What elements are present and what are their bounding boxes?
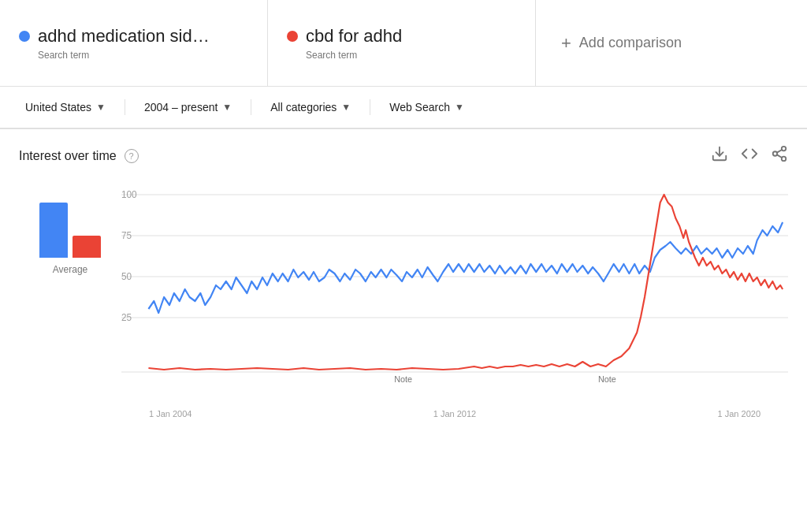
svg-text:50: 50 <box>121 271 132 282</box>
term-2-text: cbd for adhd <box>306 26 402 47</box>
add-comparison-button[interactable]: + Add comparison <box>536 0 807 86</box>
add-comparison-label: Add comparison <box>579 35 682 51</box>
svg-text:Note: Note <box>394 374 412 384</box>
term-1-title: adhd medication sid… <box>19 26 210 47</box>
term-2-dot <box>287 31 298 42</box>
chart-title-area: Interest over time ? <box>19 149 139 163</box>
avg-label: Average <box>53 264 87 275</box>
term-1-dot <box>19 31 30 42</box>
help-icon[interactable]: ? <box>125 149 139 163</box>
search-term-1: adhd medication sid… Search term <box>0 0 268 86</box>
filter-divider-3 <box>370 99 370 115</box>
chart-container: Average 100 75 50 25 Note <box>19 179 788 419</box>
search-term-2: cbd for adhd Search term <box>268 0 536 86</box>
svg-text:75: 75 <box>121 230 132 241</box>
location-chevron-icon: ▼ <box>96 102 106 113</box>
time-range-filter[interactable]: 2004 – present ▼ <box>135 96 241 118</box>
x-label-2012: 1 Jan 2012 <box>433 409 476 419</box>
download-icon[interactable] <box>711 145 728 166</box>
svg-text:25: 25 <box>121 312 132 323</box>
svg-text:Note: Note <box>598 374 616 384</box>
embed-icon[interactable] <box>741 145 758 166</box>
chart-title: Interest over time <box>19 149 117 163</box>
top-bar: adhd medication sid… Search term cbd for… <box>0 0 807 87</box>
time-range-label: 2004 – present <box>144 101 218 113</box>
chart-section: Interest over time ? <box>0 129 807 434</box>
line-chart-wrapper: 100 75 50 25 Note Note 1 Jan 2004 1 Jan … <box>121 179 788 419</box>
x-label-2020: 1 Jan 2020 <box>718 409 761 419</box>
x-axis-labels: 1 Jan 2004 1 Jan 2012 1 Jan 2020 <box>121 407 788 419</box>
average-section: Average <box>19 195 121 275</box>
chart-header: Interest over time ? <box>19 145 788 166</box>
term-2-title: cbd for adhd <box>287 26 402 47</box>
help-symbol: ? <box>129 151 134 161</box>
svg-line-4 <box>777 154 782 158</box>
category-chevron-icon: ▼ <box>341 102 351 113</box>
search-type-label: Web Search <box>389 101 450 113</box>
line-chart-svg: 100 75 50 25 Note Note <box>121 179 788 407</box>
search-type-filter[interactable]: Web Search ▼ <box>380 96 474 118</box>
filter-bar: United States ▼ 2004 – present ▼ All cat… <box>0 87 807 129</box>
location-label: United States <box>25 101 91 113</box>
time-range-chevron-icon: ▼ <box>222 102 232 113</box>
svg-text:100: 100 <box>121 189 137 200</box>
chart-actions <box>711 145 788 166</box>
category-label: All categories <box>270 101 337 113</box>
avg-bar-red <box>73 236 101 258</box>
term-1-text: adhd medication sid… <box>38 26 210 47</box>
plus-icon: + <box>561 33 571 54</box>
svg-line-5 <box>777 150 782 153</box>
filter-divider-1 <box>125 99 125 115</box>
term-2-subtitle: Search term <box>306 50 357 61</box>
average-bar-chart <box>39 195 101 258</box>
share-icon[interactable] <box>771 145 788 166</box>
category-filter[interactable]: All categories ▼ <box>261 96 360 118</box>
term-1-subtitle: Search term <box>38 50 89 61</box>
location-filter[interactable]: United States ▼ <box>16 96 115 118</box>
filter-divider-2 <box>251 99 251 115</box>
avg-bar-blue <box>39 203 68 258</box>
x-label-2004: 1 Jan 2004 <box>149 409 192 419</box>
search-type-chevron-icon: ▼ <box>455 102 464 113</box>
